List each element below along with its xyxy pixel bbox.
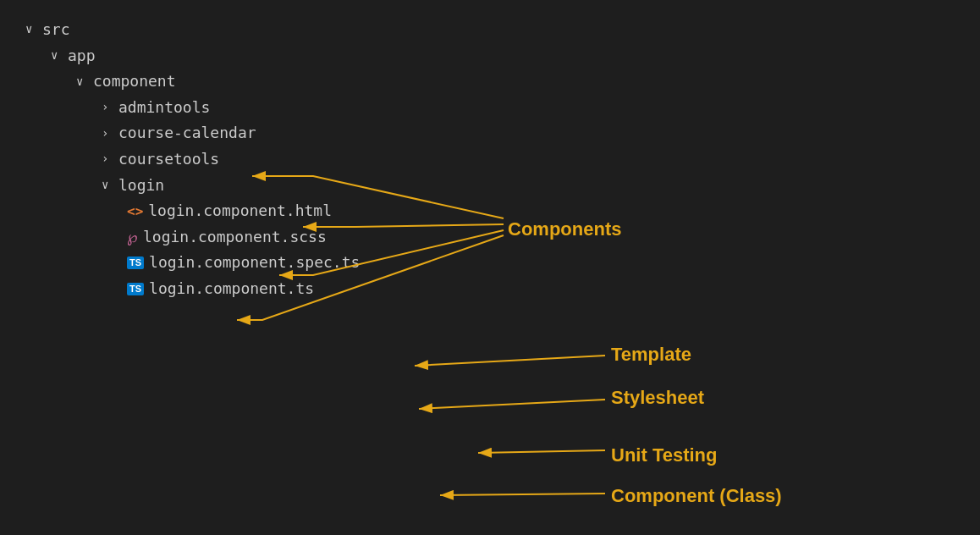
file-tree: ∨ src ∨ app ∨ component › admintools › c… bbox=[0, 0, 980, 319]
template-annotation: Template bbox=[611, 344, 691, 365]
chevron-down-icon: ∨ bbox=[102, 175, 113, 196]
ts-icon: TS bbox=[127, 256, 144, 269]
tree-item-admintools[interactable]: › admintools bbox=[25, 95, 955, 121]
unit-testing-annotation: Unit Testing bbox=[611, 444, 717, 466]
stylesheet-annotation: Stylesheet bbox=[611, 387, 705, 408]
ts-icon: TS bbox=[127, 283, 144, 295]
tree-item-src[interactable]: ∨ src bbox=[25, 17, 955, 43]
arrow-scss bbox=[419, 400, 605, 409]
chevron-right-icon: › bbox=[102, 149, 113, 169]
login-spec-label: login.component.spec.ts bbox=[149, 250, 360, 276]
tree-item-login-ts[interactable]: TS login.component.ts bbox=[25, 276, 955, 302]
arrow-html bbox=[415, 356, 605, 366]
app-label: app bbox=[68, 43, 96, 69]
component-class-annotation: Component (Class) bbox=[611, 485, 782, 506]
tree-item-login-html[interactable]: <> login.component.html bbox=[25, 198, 955, 224]
chevron-down-icon: ∨ bbox=[51, 46, 63, 66]
tree-item-course-calendar[interactable]: › course-calendar bbox=[25, 120, 955, 146]
tree-item-login-scss[interactable]: ℘ login.component.scss bbox=[25, 224, 955, 251]
html-icon: <> bbox=[127, 200, 143, 223]
chevron-right-icon: › bbox=[102, 124, 113, 144]
chevron-down-icon: ∨ bbox=[76, 72, 88, 92]
arrow-ts bbox=[440, 494, 605, 495]
scss-icon: ℘ bbox=[127, 224, 138, 251]
src-label: src bbox=[42, 17, 70, 43]
chevron-right-icon: › bbox=[102, 97, 113, 118]
admintools-label: admintools bbox=[118, 95, 210, 121]
arrow-spec bbox=[478, 450, 605, 453]
course-calendar-label: course-calendar bbox=[118, 120, 256, 146]
tree-item-component[interactable]: ∨ component bbox=[25, 69, 955, 95]
component-label: component bbox=[93, 69, 176, 95]
coursetools-label: coursetools bbox=[118, 146, 219, 173]
login-html-label: login.component.html bbox=[148, 198, 332, 224]
login-label: login bbox=[118, 173, 164, 199]
login-ts-label: login.component.ts bbox=[149, 276, 314, 302]
chevron-down-icon: ∨ bbox=[25, 19, 37, 40]
login-scss-label: login.component.scss bbox=[143, 224, 327, 251]
tree-item-login[interactable]: ∨ login bbox=[25, 173, 955, 199]
tree-item-coursetools[interactable]: › coursetools bbox=[25, 146, 955, 173]
tree-item-login-spec[interactable]: TS login.component.spec.ts bbox=[25, 250, 955, 276]
tree-item-app[interactable]: ∨ app bbox=[25, 43, 955, 69]
